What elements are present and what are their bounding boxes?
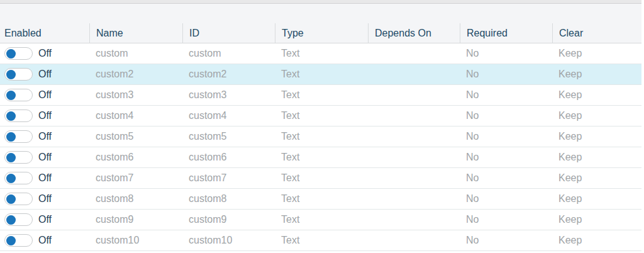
cell-id[interactable]: custom8: [182, 189, 275, 209]
cell-id[interactable]: custom10: [182, 230, 275, 250]
cell-depends-on[interactable]: [368, 64, 460, 84]
cell-clear[interactable]: Keep: [552, 189, 641, 209]
cell-type[interactable]: Text: [275, 126, 368, 147]
cell-name[interactable]: custom6: [89, 147, 182, 167]
toggle-state-label: Off: [38, 234, 52, 247]
enabled-toggle[interactable]: [4, 89, 33, 101]
cell-required[interactable]: No: [460, 85, 552, 105]
enabled-toggle[interactable]: [4, 130, 33, 143]
table-row[interactable]: Off custom7 custom7 Text No Keep: [0, 168, 641, 189]
cell-enabled: Off: [0, 168, 89, 188]
enabled-toggle[interactable]: [4, 234, 33, 247]
toggle-knob-icon: [6, 111, 16, 121]
cell-type[interactable]: Text: [275, 189, 368, 209]
column-header-required[interactable]: Required: [460, 23, 552, 43]
enabled-toggle[interactable]: [4, 47, 33, 60]
cell-type[interactable]: Text: [275, 106, 368, 126]
cell-clear[interactable]: Keep: [552, 85, 641, 105]
enabled-toggle[interactable]: [4, 68, 33, 81]
cell-clear[interactable]: Keep: [552, 147, 641, 167]
cell-required[interactable]: No: [460, 210, 552, 230]
cell-depends-on[interactable]: [368, 168, 460, 188]
cell-name[interactable]: custom10: [89, 230, 182, 250]
cell-name[interactable]: custom5: [89, 126, 182, 147]
column-header-depends-on[interactable]: Depends On: [368, 23, 460, 43]
column-header-type[interactable]: Type: [275, 23, 368, 43]
table-header: Enabled Name ID Type Depends On Required…: [0, 4, 641, 43]
toggle-knob-icon: [6, 91, 16, 100]
enabled-toggle[interactable]: [4, 151, 33, 164]
cell-type[interactable]: Text: [275, 230, 368, 250]
cell-enabled: Off: [0, 210, 89, 230]
cell-depends-on[interactable]: [368, 230, 460, 250]
cell-required[interactable]: No: [460, 126, 552, 147]
table-row[interactable]: Off custom6 custom6 Text No Keep: [0, 147, 641, 168]
toggle-state-label: Off: [38, 110, 52, 122]
cell-type[interactable]: Text: [275, 168, 368, 188]
cell-enabled: Off: [0, 43, 89, 64]
cell-depends-on[interactable]: [368, 85, 460, 105]
cell-name[interactable]: custom7: [89, 168, 182, 188]
cell-name[interactable]: custom2: [89, 64, 182, 84]
cell-clear[interactable]: Keep: [552, 210, 641, 230]
table-row[interactable]: Off custom3 custom3 Text No Keep: [0, 85, 641, 106]
cell-id[interactable]: custom2: [182, 64, 275, 84]
cell-depends-on[interactable]: [368, 147, 460, 167]
table-row[interactable]: Off custom2 custom2 Text No Keep: [0, 64, 641, 85]
cell-name[interactable]: custom9: [89, 210, 182, 230]
cell-required[interactable]: No: [460, 43, 552, 64]
cell-clear[interactable]: Keep: [552, 230, 641, 250]
column-header-enabled[interactable]: Enabled: [0, 23, 89, 43]
table-row[interactable]: Off custom10 custom10 Text No Keep: [0, 230, 641, 251]
cell-required[interactable]: No: [460, 64, 552, 84]
cell-depends-on[interactable]: [368, 43, 460, 64]
table-row[interactable]: Off custom custom Text No Keep: [0, 43, 641, 64]
cell-clear[interactable]: Keep: [552, 126, 641, 147]
cell-clear[interactable]: Keep: [552, 43, 641, 64]
cell-type[interactable]: Text: [275, 147, 368, 167]
cell-id[interactable]: custom9: [182, 210, 275, 230]
cell-id[interactable]: custom: [182, 43, 275, 64]
cell-enabled: Off: [0, 147, 89, 167]
table-row[interactable]: Off custom9 custom9 Text No Keep: [0, 210, 641, 230]
cell-required[interactable]: No: [460, 189, 552, 209]
cell-required[interactable]: No: [460, 106, 552, 126]
cell-id[interactable]: custom3: [182, 85, 275, 105]
cell-depends-on[interactable]: [368, 210, 460, 230]
cell-clear[interactable]: Keep: [552, 168, 641, 188]
column-header-name[interactable]: Name: [89, 23, 182, 43]
table-row[interactable]: Off custom8 custom8 Text No Keep: [0, 189, 641, 210]
cell-name[interactable]: custom3: [89, 85, 182, 105]
cell-depends-on[interactable]: [368, 106, 460, 126]
cell-required[interactable]: No: [460, 147, 552, 167]
cell-id[interactable]: custom6: [182, 147, 275, 167]
cell-type[interactable]: Text: [275, 43, 368, 64]
cell-clear[interactable]: Keep: [552, 106, 641, 126]
cell-id[interactable]: custom4: [182, 106, 275, 126]
cell-clear[interactable]: Keep: [552, 64, 641, 84]
toggle-knob-icon: [6, 174, 16, 183]
cell-required[interactable]: No: [460, 230, 552, 250]
enabled-toggle[interactable]: [4, 193, 33, 205]
column-header-clear[interactable]: Clear: [552, 23, 641, 43]
column-header-id[interactable]: ID: [182, 23, 275, 43]
cell-id[interactable]: custom5: [182, 126, 275, 147]
cell-type[interactable]: Text: [275, 64, 368, 84]
enabled-toggle[interactable]: [4, 110, 33, 122]
cell-type[interactable]: Text: [275, 85, 368, 105]
cell-name[interactable]: custom4: [89, 106, 182, 126]
cell-enabled: Off: [0, 126, 89, 147]
toggle-knob-icon: [6, 153, 16, 162]
enabled-toggle[interactable]: [4, 172, 33, 184]
cell-name[interactable]: custom8: [89, 189, 182, 209]
cell-enabled: Off: [0, 64, 89, 84]
cell-type[interactable]: Text: [275, 210, 368, 230]
enabled-toggle[interactable]: [4, 213, 33, 226]
cell-depends-on[interactable]: [368, 189, 460, 209]
cell-depends-on[interactable]: [368, 126, 460, 147]
cell-required[interactable]: No: [460, 168, 552, 188]
cell-id[interactable]: custom7: [182, 168, 275, 188]
cell-name[interactable]: custom: [89, 43, 182, 64]
table-row[interactable]: Off custom4 custom4 Text No Keep: [0, 106, 641, 126]
table-row[interactable]: Off custom5 custom5 Text No Keep: [0, 126, 641, 147]
